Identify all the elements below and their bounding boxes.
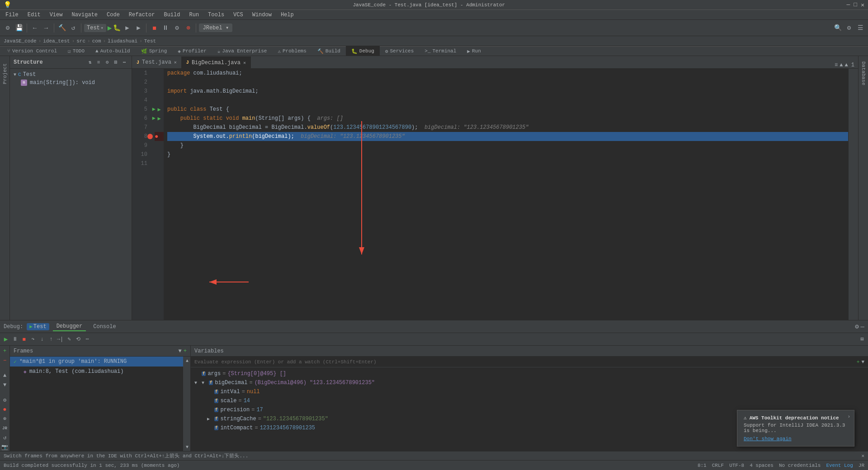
tab-close-test[interactable]: ✕ [174, 60, 177, 65]
run-profiler[interactable]: ▶ [133, 23, 143, 33]
code-editor[interactable]: package com.liudashuai; import java.math… [164, 69, 848, 320]
tab-close-bigdecimal[interactable]: ✕ [243, 60, 246, 66]
structure-filter-icon[interactable]: ≡ [95, 59, 102, 66]
debug-drop-frame-btn[interactable]: ⟲ [74, 335, 82, 343]
menu-view[interactable]: View [46, 11, 66, 19]
tab-todo[interactable]: ☑ TODO [62, 46, 90, 56]
debug-layout-btn[interactable]: ⊞ [858, 335, 866, 343]
menu-run[interactable]: Run [185, 11, 203, 19]
tab-services[interactable]: ⚙ Services [380, 46, 419, 56]
breadcrumb-part-2[interactable]: src [76, 38, 85, 44]
run-config-selector[interactable]: Test ▾ [84, 24, 106, 32]
breadcrumb-part-1[interactable]: idea_test [43, 38, 70, 44]
debug-side-gear2[interactable]: ⊕ [1, 415, 9, 423]
jrebel-selector[interactable]: JRebel ▾ [199, 24, 232, 32]
debug-status-close[interactable]: ✕ [861, 453, 864, 459]
var-args[interactable]: f args = {String[0]@495} [] [193, 369, 866, 378]
toolbar-search[interactable]: 🔍 [833, 23, 843, 33]
debug-side-camera[interactable]: 📷 [1, 443, 9, 451]
debug-side-remove[interactable]: − [1, 357, 9, 365]
run-button[interactable]: ▶ [108, 24, 112, 33]
structure-expand-icon[interactable]: ⊞ [112, 59, 119, 66]
structure-settings-icon[interactable]: ⚙ [104, 59, 111, 66]
debugger-tab[interactable]: Debugger [53, 322, 86, 331]
var-intval[interactable]: f intVal = null [193, 387, 866, 396]
debug-run-to-cursor-btn[interactable]: →| [56, 335, 64, 343]
maximize-btn[interactable]: □ [854, 1, 857, 9]
toolbar-build[interactable]: 🔨 [57, 23, 67, 33]
minimize-btn[interactable]: — [847, 1, 850, 9]
breadcrumb-part-4[interactable]: liudashuai [108, 38, 137, 44]
editor-content[interactable]: 1 2 3 4 5 ▶ 6 ▶ 7 [132, 69, 858, 320]
toolbar-sync[interactable]: ↺ [68, 23, 78, 33]
frames-add-icon[interactable]: + [184, 348, 187, 354]
toolbar-pause[interactable]: ⏸ [160, 23, 170, 33]
debug-step-out-btn[interactable]: ↑ [47, 335, 55, 343]
var-scale[interactable]: f scale = 14 [193, 396, 866, 405]
toolbar-gear[interactable]: ⚙ [844, 23, 854, 33]
debug-stop-btn[interactable]: ◼ [20, 335, 28, 343]
menu-vcs[interactable]: VCS [230, 11, 247, 19]
debug-side-reload[interactable]: ↺ [1, 434, 9, 442]
menu-edit[interactable]: Edit [24, 11, 44, 19]
menu-refactor[interactable]: Refactor [125, 11, 159, 19]
toolbar-stop[interactable]: ◼ [149, 23, 159, 33]
evaluate-add-icon[interactable]: + [857, 359, 860, 365]
tree-method[interactable]: m main(String[]): void [12, 79, 130, 87]
tab-auto-build[interactable]: ▲ Auto-build [90, 46, 136, 56]
debug-side-jrebel[interactable]: JR [1, 424, 9, 432]
debug-button[interactable]: 🐛 [113, 24, 121, 32]
toolbar-more[interactable]: ☰ [855, 23, 865, 33]
debug-resume-btn[interactable]: ▶ [2, 335, 10, 343]
tab-build[interactable]: 🔨 Build [312, 46, 346, 56]
editor-expand-icon[interactable]: ▲ [840, 62, 843, 68]
debug-more-btn[interactable]: ⋯ [83, 335, 91, 343]
debug-minimize-icon[interactable]: — [861, 323, 864, 330]
debug-pause-btn[interactable]: ⏸ [11, 335, 19, 343]
menu-window[interactable]: Window [249, 11, 275, 19]
debug-step-over-btn[interactable]: ↷ [29, 335, 37, 343]
debug-step-into-btn[interactable]: ↓ [38, 335, 46, 343]
frame-item-1[interactable]: ◈ main:8, Test (com.liudashuai) [10, 367, 183, 376]
toolbar-settings[interactable]: ⚙ [3, 23, 13, 33]
debug-settings-icon[interactable]: ⚙ [855, 323, 859, 330]
debug-side-settings[interactable]: ⚙ [1, 396, 9, 404]
tab-version-control[interactable]: ⑂ Version Control [2, 46, 62, 56]
breadcrumb-part-0[interactable]: JavaSE_code [4, 38, 37, 44]
debug-side-down[interactable]: ▼ [1, 381, 9, 389]
close-btn[interactable]: ✕ [861, 1, 864, 9]
editor-recent-icon[interactable]: ≡ [835, 62, 838, 68]
toolbar-forward[interactable]: → [41, 23, 51, 33]
breadcrumb-part-5[interactable]: Test [144, 38, 156, 44]
debug-evaluate-btn[interactable]: ✎ [65, 335, 73, 343]
tree-root[interactable]: ▼ C Test [12, 70, 130, 79]
breadcrumb-part-3[interactable]: com [92, 38, 101, 44]
database-tool-button[interactable]: Database [860, 58, 867, 89]
menu-help[interactable]: Help [277, 11, 297, 19]
tab-java-enterprise[interactable]: ☕ Java Enterprise [212, 46, 273, 56]
menu-code[interactable]: Code [103, 11, 123, 19]
tab-run[interactable]: ▶ Run [462, 46, 486, 56]
var-bigdecimal[interactable]: ▼ ▼ f bigDecimal = (BigDecimal@496) "123… [193, 378, 866, 387]
run-coverage[interactable]: ▶ [122, 23, 132, 33]
toolbar-save[interactable]: 💾 [14, 23, 24, 33]
menu-build[interactable]: Build [160, 11, 184, 19]
menu-navigate[interactable]: Navigate [68, 11, 101, 19]
aws-notice-collapse[interactable]: › [847, 414, 850, 419]
toolbar-edit-configs[interactable]: ⚙ [172, 23, 182, 33]
toolbar-cancel[interactable]: ⊗ [183, 23, 193, 33]
debug-side-add[interactable]: + [1, 348, 9, 355]
editor-scrollbar[interactable] [848, 69, 858, 320]
tab-spring[interactable]: 🌿 Spring [136, 46, 173, 56]
structure-options-icon[interactable]: ⋯ [121, 59, 128, 66]
tab-test-java[interactable]: J Test.java ✕ [132, 56, 182, 68]
tab-problems[interactable]: ⚠ Problems [272, 46, 311, 56]
menu-tools[interactable]: Tools [204, 11, 228, 19]
frames-filter-icon[interactable]: ▼ [179, 348, 182, 354]
frame-item-0[interactable]: ✓ *main*@1 in group 'main': RUNNING [10, 357, 183, 367]
tab-terminal[interactable]: >_ Terminal [419, 46, 462, 56]
frames-scroll-down[interactable]: ▼ [183, 443, 190, 451]
menu-file[interactable]: File [2, 11, 22, 19]
evaluate-bar[interactable]: Evaluate expression (Enter) or add a wat… [191, 357, 868, 367]
aws-notice-link[interactable]: Don't show again [744, 436, 848, 442]
